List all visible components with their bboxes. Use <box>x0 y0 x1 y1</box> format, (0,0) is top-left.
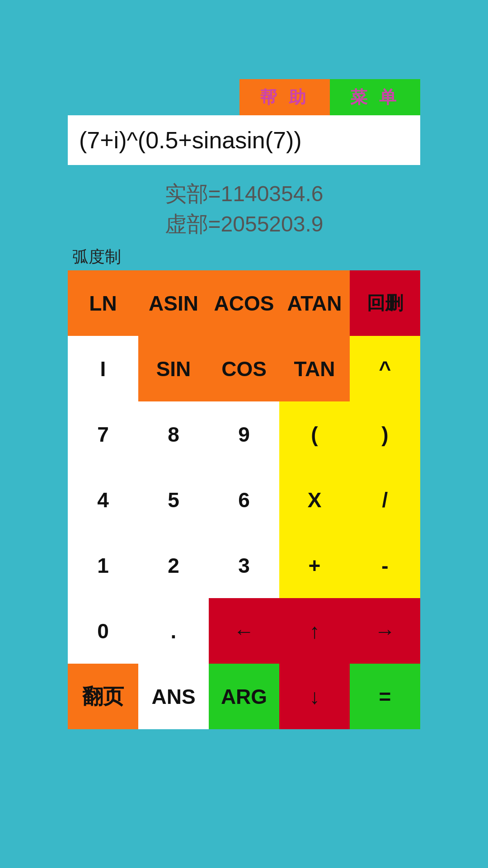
equals-button[interactable]: = <box>350 664 420 729</box>
right-paren-button[interactable]: ) <box>350 401 420 467</box>
plus-button[interactable]: + <box>279 533 350 598</box>
decimal-button[interactable]: . <box>138 598 209 664</box>
two-button[interactable]: 2 <box>138 533 209 598</box>
tan-button[interactable]: TAN <box>279 336 350 401</box>
delete-button[interactable]: 回删 <box>350 270 420 336</box>
page-button[interactable]: 翻页 <box>68 664 138 729</box>
asin-button[interactable]: ASIN <box>138 270 209 336</box>
cursor-left-button[interactable]: ← <box>209 598 279 664</box>
arg-button[interactable]: ARG <box>209 664 279 729</box>
six-button[interactable]: 6 <box>209 467 279 533</box>
power-button[interactable]: ^ <box>350 336 420 401</box>
zero-button[interactable]: 0 <box>68 598 138 664</box>
help-button[interactable]: 帮 助 <box>239 79 330 115</box>
cursor-down-button[interactable]: ↓ <box>279 664 350 729</box>
divide-button[interactable]: / <box>350 467 420 533</box>
seven-button[interactable]: 7 <box>68 401 138 467</box>
imag-part: 虚部=2055203.9 <box>72 209 416 239</box>
nine-button[interactable]: 9 <box>209 401 279 467</box>
cursor-right-button[interactable]: → <box>350 598 420 664</box>
multiply-button[interactable]: X <box>279 467 350 533</box>
left-paren-button[interactable]: ( <box>279 401 350 467</box>
four-button[interactable]: 4 <box>68 467 138 533</box>
real-part: 实部=1140354.6 <box>72 179 416 209</box>
five-button[interactable]: 5 <box>138 467 209 533</box>
calculator-grid: LN ASIN ACOS ATAN 回删 I SIN COS TAN ^ 7 8… <box>68 270 420 729</box>
eight-button[interactable]: 8 <box>138 401 209 467</box>
mode-label: 弧度制 <box>68 244 420 270</box>
one-button[interactable]: 1 <box>68 533 138 598</box>
cos-button[interactable]: COS <box>209 336 279 401</box>
acos-button[interactable]: ACOS <box>209 270 279 336</box>
sin-button[interactable]: SIN <box>138 336 209 401</box>
atan-button[interactable]: ATAN <box>279 270 350 336</box>
result-display: 实部=1140354.6 虚部=2055203.9 <box>68 165 420 244</box>
i-button[interactable]: I <box>68 336 138 401</box>
minus-button[interactable]: - <box>350 533 420 598</box>
cursor-up-button[interactable]: ↑ <box>279 598 350 664</box>
expression-display: (7+i)^(0.5+sinasin(7)) <box>68 115 420 165</box>
three-button[interactable]: 3 <box>209 533 279 598</box>
menu-button[interactable]: 菜 单 <box>330 79 420 115</box>
ans-button[interactable]: ANS <box>138 664 209 729</box>
ln-button[interactable]: LN <box>68 270 138 336</box>
